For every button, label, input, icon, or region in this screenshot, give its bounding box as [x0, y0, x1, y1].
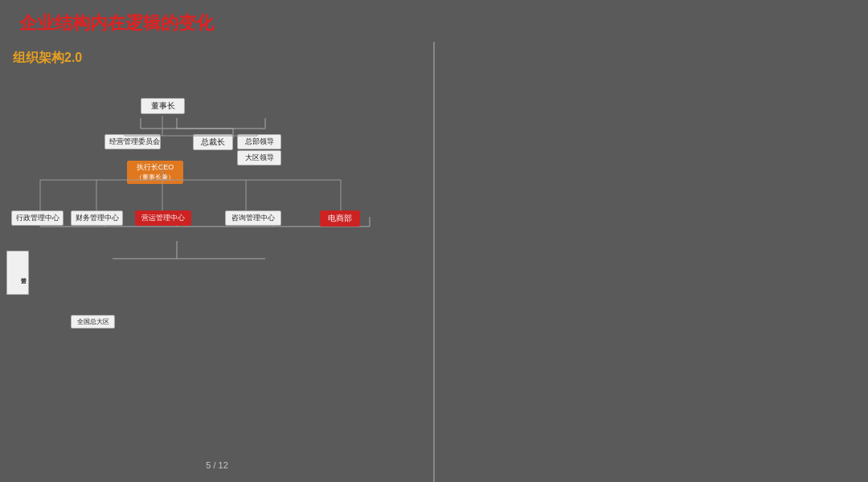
node-zongbu-lead: 总部领导 [237, 134, 281, 149]
main-container: 企业结构内在逻辑的变化 组织架构2.0 [0, 0, 868, 482]
node-quanguo: 全国总大区 [71, 315, 115, 329]
node-jingying: 经营管理委员会 [104, 134, 161, 149]
node-dongshizhang: 董事长 [141, 98, 185, 114]
page-title: 企业结构内在逻辑的变化 [0, 0, 868, 42]
node-zhixingceo: 执行长CEO（董事长兼） [127, 161, 183, 184]
node-dianshang: 电商部 [320, 210, 360, 227]
panel-divider [433, 42, 435, 482]
node-yingxiao: 营运管理中心 [135, 210, 191, 226]
node-caiwu: 财务管理中心 [71, 210, 123, 226]
left-panel: 组织架构2.0 [0, 42, 434, 482]
content-area: 组织架构2.0 [0, 42, 868, 482]
node-zixun: 咨询管理中心 [225, 210, 281, 226]
node-daqu-lead: 大区领导 [237, 150, 281, 165]
left-connectors [0, 42, 434, 482]
left-panel-title: 组织架构2.0 [13, 50, 421, 67]
node-zongcai: 总裁长 [193, 134, 233, 150]
left-top-connectors [0, 108, 434, 220]
node-xingzheng: 行政管理中心 [11, 210, 63, 226]
page-indicator: 5 / 12 [206, 460, 228, 470]
